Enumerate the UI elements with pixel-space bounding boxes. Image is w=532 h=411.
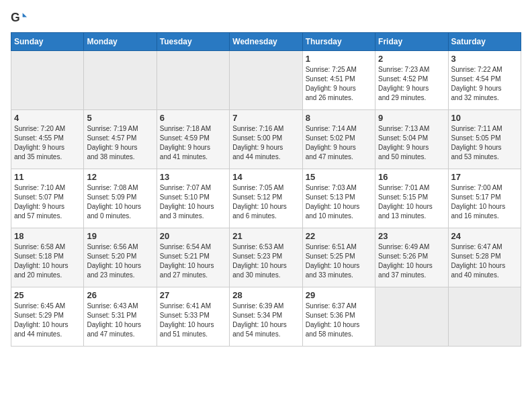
day-number: 10	[451, 113, 518, 123]
calendar-cell	[375, 287, 448, 347]
day-number: 15	[306, 172, 372, 182]
day-info: Sunrise: 7:11 AM Sunset: 5:05 PM Dayligh…	[451, 124, 518, 162]
day-number: 27	[160, 290, 226, 300]
day-info: Sunrise: 6:47 AM Sunset: 5:28 PM Dayligh…	[451, 242, 518, 280]
calendar-row: 11Sunrise: 7:10 AM Sunset: 5:07 PM Dayli…	[11, 169, 521, 228]
calendar-row: 18Sunrise: 6:58 AM Sunset: 5:18 PM Dayli…	[11, 228, 521, 287]
day-number: 14	[232, 172, 299, 182]
calendar-cell: 28Sunrise: 6:39 AM Sunset: 5:34 PM Dayli…	[230, 287, 302, 347]
logo: G	[11, 11, 30, 27]
calendar-cell: 19Sunrise: 6:56 AM Sunset: 5:20 PM Dayli…	[84, 228, 157, 287]
weekday-header: Thursday	[302, 33, 375, 51]
day-info: Sunrise: 7:20 AM Sunset: 4:55 PM Dayligh…	[14, 124, 81, 162]
calendar-cell: 23Sunrise: 6:49 AM Sunset: 5:26 PM Dayli…	[375, 228, 448, 287]
day-info: Sunrise: 6:45 AM Sunset: 5:29 PM Dayligh…	[14, 302, 81, 339]
calendar-cell: 15Sunrise: 7:03 AM Sunset: 5:13 PM Dayli…	[302, 169, 375, 228]
day-number: 20	[160, 231, 226, 241]
day-number: 5	[87, 113, 153, 123]
calendar-cell: 9Sunrise: 7:13 AM Sunset: 5:04 PM Daylig…	[375, 110, 448, 169]
day-info: Sunrise: 7:07 AM Sunset: 5:10 PM Dayligh…	[160, 183, 226, 221]
day-number: 25	[14, 290, 81, 300]
calendar-cell: 26Sunrise: 6:43 AM Sunset: 5:31 PM Dayli…	[84, 287, 157, 347]
calendar-cell: 2Sunrise: 7:23 AM Sunset: 4:52 PM Daylig…	[375, 51, 448, 110]
calendar-cell: 3Sunrise: 7:22 AM Sunset: 4:54 PM Daylig…	[448, 51, 521, 110]
day-info: Sunrise: 7:25 AM Sunset: 4:51 PM Dayligh…	[306, 65, 372, 103]
day-number: 16	[378, 172, 445, 182]
weekday-header: Wednesday	[230, 33, 302, 51]
day-info: Sunrise: 7:14 AM Sunset: 5:02 PM Dayligh…	[306, 124, 372, 162]
calendar-body: 1Sunrise: 7:25 AM Sunset: 4:51 PM Daylig…	[11, 51, 521, 347]
day-info: Sunrise: 7:13 AM Sunset: 5:04 PM Dayligh…	[378, 124, 445, 162]
calendar-cell	[448, 287, 521, 347]
day-number: 26	[87, 290, 153, 300]
day-number: 3	[451, 54, 518, 64]
weekday-header: Tuesday	[157, 33, 229, 51]
day-info: Sunrise: 7:23 AM Sunset: 4:52 PM Dayligh…	[378, 65, 445, 103]
day-number: 1	[306, 54, 372, 64]
calendar-cell: 8Sunrise: 7:14 AM Sunset: 5:02 PM Daylig…	[302, 110, 375, 169]
page-header: G	[11, 11, 521, 27]
calendar-cell: 1Sunrise: 7:25 AM Sunset: 4:51 PM Daylig…	[302, 51, 375, 110]
calendar-cell: 11Sunrise: 7:10 AM Sunset: 5:07 PM Dayli…	[11, 169, 84, 228]
calendar-cell: 14Sunrise: 7:05 AM Sunset: 5:12 PM Dayli…	[230, 169, 302, 228]
calendar-cell: 29Sunrise: 6:37 AM Sunset: 5:36 PM Dayli…	[302, 287, 375, 347]
day-info: Sunrise: 6:41 AM Sunset: 5:33 PM Dayligh…	[160, 302, 226, 339]
day-info: Sunrise: 7:16 AM Sunset: 5:00 PM Dayligh…	[232, 124, 299, 162]
day-number: 22	[306, 231, 372, 241]
calendar-row: 25Sunrise: 6:45 AM Sunset: 5:29 PM Dayli…	[11, 287, 521, 347]
day-number: 8	[306, 113, 372, 123]
day-info: Sunrise: 6:58 AM Sunset: 5:18 PM Dayligh…	[14, 242, 81, 280]
weekday-header: Friday	[375, 33, 448, 51]
day-number: 7	[232, 113, 299, 123]
calendar-header: SundayMondayTuesdayWednesdayThursdayFrid…	[11, 33, 521, 51]
day-number: 19	[87, 231, 153, 241]
calendar-cell: 24Sunrise: 6:47 AM Sunset: 5:28 PM Dayli…	[448, 228, 521, 287]
calendar-cell: 17Sunrise: 7:00 AM Sunset: 5:17 PM Dayli…	[448, 169, 521, 228]
calendar-cell	[11, 51, 84, 110]
day-info: Sunrise: 6:43 AM Sunset: 5:31 PM Dayligh…	[87, 302, 153, 339]
calendar-cell: 7Sunrise: 7:16 AM Sunset: 5:00 PM Daylig…	[230, 110, 302, 169]
day-info: Sunrise: 7:19 AM Sunset: 4:57 PM Dayligh…	[87, 124, 153, 162]
day-info: Sunrise: 6:51 AM Sunset: 5:25 PM Dayligh…	[306, 242, 372, 280]
calendar-table: SundayMondayTuesdayWednesdayThursdayFrid…	[11, 32, 521, 347]
calendar-cell: 21Sunrise: 6:53 AM Sunset: 5:23 PM Dayli…	[230, 228, 302, 287]
weekday-header: Monday	[84, 33, 157, 51]
calendar-row: 1Sunrise: 7:25 AM Sunset: 4:51 PM Daylig…	[11, 51, 521, 110]
day-info: Sunrise: 6:49 AM Sunset: 5:26 PM Dayligh…	[378, 242, 445, 280]
calendar-cell: 5Sunrise: 7:19 AM Sunset: 4:57 PM Daylig…	[84, 110, 157, 169]
calendar-cell: 16Sunrise: 7:01 AM Sunset: 5:15 PM Dayli…	[375, 169, 448, 228]
day-number: 24	[451, 231, 518, 241]
calendar-cell: 4Sunrise: 7:20 AM Sunset: 4:55 PM Daylig…	[11, 110, 84, 169]
day-number: 28	[232, 290, 299, 300]
day-number: 29	[306, 290, 372, 300]
day-number: 2	[378, 54, 445, 64]
day-number: 17	[451, 172, 518, 182]
svg-text:G: G	[11, 11, 20, 24]
day-number: 23	[378, 231, 445, 241]
day-number: 6	[160, 113, 226, 123]
calendar-cell: 10Sunrise: 7:11 AM Sunset: 5:05 PM Dayli…	[448, 110, 521, 169]
calendar-cell: 20Sunrise: 6:54 AM Sunset: 5:21 PM Dayli…	[157, 228, 229, 287]
day-info: Sunrise: 7:08 AM Sunset: 5:09 PM Dayligh…	[87, 183, 153, 221]
weekday-header: Saturday	[448, 33, 521, 51]
day-info: Sunrise: 7:10 AM Sunset: 5:07 PM Dayligh…	[14, 183, 81, 221]
svg-marker-1	[23, 13, 27, 17]
day-info: Sunrise: 6:39 AM Sunset: 5:34 PM Dayligh…	[232, 302, 299, 339]
weekday-header: Sunday	[11, 33, 84, 51]
day-info: Sunrise: 7:00 AM Sunset: 5:17 PM Dayligh…	[451, 183, 518, 221]
calendar-cell: 12Sunrise: 7:08 AM Sunset: 5:09 PM Dayli…	[84, 169, 157, 228]
calendar-cell	[230, 51, 302, 110]
day-info: Sunrise: 7:22 AM Sunset: 4:54 PM Dayligh…	[451, 65, 518, 103]
logo-icon: G	[11, 11, 27, 27]
day-info: Sunrise: 7:03 AM Sunset: 5:13 PM Dayligh…	[306, 183, 372, 221]
day-info: Sunrise: 7:18 AM Sunset: 4:59 PM Dayligh…	[160, 124, 226, 162]
calendar-cell	[157, 51, 229, 110]
day-number: 21	[232, 231, 299, 241]
day-info: Sunrise: 6:54 AM Sunset: 5:21 PM Dayligh…	[160, 242, 226, 280]
calendar-cell	[84, 51, 157, 110]
day-number: 12	[87, 172, 153, 182]
day-number: 11	[14, 172, 81, 182]
day-info: Sunrise: 6:37 AM Sunset: 5:36 PM Dayligh…	[306, 302, 372, 339]
day-number: 13	[160, 172, 226, 182]
calendar-cell: 25Sunrise: 6:45 AM Sunset: 5:29 PM Dayli…	[11, 287, 84, 347]
